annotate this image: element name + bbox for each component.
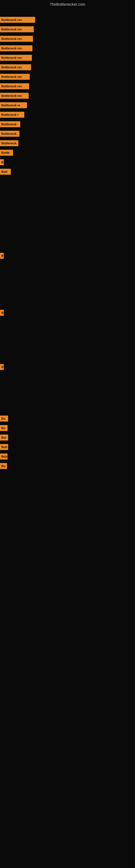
bar-item-1: Bottleneck res — [0, 26, 34, 32]
bar-item-3: Bottleneck res — [0, 45, 32, 51]
bar-item-24: Bottl — [0, 454, 8, 460]
bar-item-13: Bottleneck — [0, 140, 18, 146]
bar-label-18: B — [0, 310, 4, 316]
bar-label-6: Bottleneck res — [0, 74, 30, 80]
bar-label-2: Bottleneck res — [0, 36, 33, 42]
bar-label-0: Bottleneck res — [0, 17, 35, 23]
bar-label-1: Bottleneck res — [0, 26, 34, 32]
bar-label-14: Bottle — [0, 150, 13, 156]
bar-item-15: B — [0, 159, 4, 165]
bar-item-2: Bottleneck res — [0, 36, 33, 42]
bar-item-12: Bottleneck — [0, 131, 19, 137]
bar-label-22: Bot — [0, 435, 8, 440]
bar-item-11: Bottleneck — [0, 121, 20, 127]
bar-label-4: Bottleneck res — [0, 55, 32, 61]
bar-item-22: Bot — [0, 435, 8, 440]
bar-item-20: Bo — [0, 415, 8, 422]
bar-label-19: B — [0, 364, 4, 370]
bar-item-19: B — [0, 364, 4, 370]
bar-label-20: Bo — [0, 415, 8, 422]
bar-item-5: Bottleneck res — [0, 64, 31, 70]
bar-label-25: Bo — [0, 463, 7, 469]
bar-label-24: Bottl — [0, 454, 8, 460]
bar-item-23: Bott — [0, 444, 8, 450]
bar-label-11: Bottleneck — [0, 121, 20, 127]
bar-label-17: B — [0, 253, 4, 259]
bar-label-5: Bottleneck res — [0, 64, 31, 70]
bar-item-0: Bottleneck res — [0, 17, 35, 23]
bar-item-17: B — [0, 253, 4, 259]
bar-item-7: Bottleneck res — [0, 83, 29, 89]
bar-label-9: Bottleneck re — [0, 102, 27, 108]
bar-label-21: Bo — [0, 425, 8, 431]
bar-label-7: Bottleneck res — [0, 83, 29, 89]
bar-item-6: Bottleneck res — [0, 74, 30, 80]
bar-item-16: Bott — [0, 169, 11, 175]
bar-label-23: Bott — [0, 444, 8, 450]
bar-item-4: Bottleneck res — [0, 55, 32, 61]
bar-label-15: B — [0, 159, 4, 165]
bar-label-16: Bott — [0, 169, 11, 175]
bar-label-12: Bottleneck — [0, 131, 19, 137]
bar-label-13: Bottleneck — [0, 140, 18, 146]
site-title: TheBottlenecker.com — [0, 0, 135, 9]
bar-item-10: Bottleneck r — [0, 112, 24, 118]
bar-item-25: Bo — [0, 463, 7, 469]
bar-label-3: Bottleneck res — [0, 45, 32, 51]
bar-item-14: Bottle — [0, 150, 13, 156]
bar-label-10: Bottleneck r — [0, 112, 24, 118]
bar-item-8: Bottleneck res — [0, 93, 29, 99]
bar-label-8: Bottleneck res — [0, 93, 29, 99]
bar-item-21: Bo — [0, 425, 8, 431]
bar-item-18: B — [0, 310, 4, 316]
bar-item-9: Bottleneck re — [0, 102, 27, 108]
